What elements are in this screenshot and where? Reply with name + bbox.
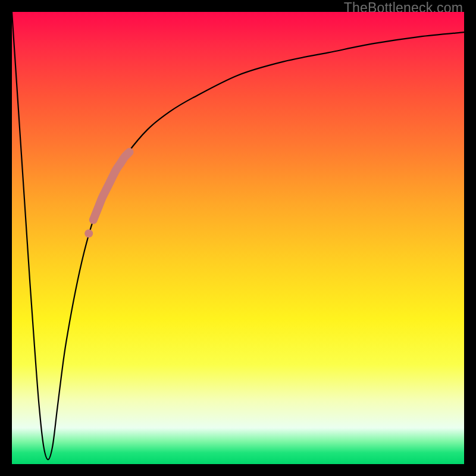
bottleneck-curve <box>12 12 464 459</box>
plot-area <box>12 12 464 464</box>
highlight-dot-icon <box>84 229 93 237</box>
chart-frame: TheBottleneck.com <box>0 0 476 476</box>
highlight-segment <box>93 152 130 220</box>
curve-svg <box>12 12 464 464</box>
